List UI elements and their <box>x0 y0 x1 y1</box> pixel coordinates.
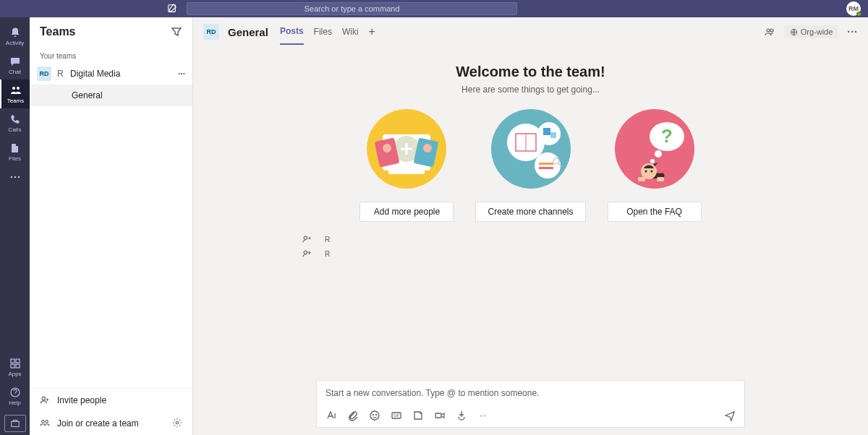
gif-icon[interactable]: GIF <box>391 410 402 421</box>
rail-files[interactable]: Files <box>0 137 30 166</box>
sticker-icon[interactable] <box>412 410 424 421</box>
svg-point-42 <box>644 171 647 173</box>
illus-faq: ? <box>615 109 694 189</box>
header-more[interactable]: ··· <box>847 26 858 38</box>
send-icon[interactable] <box>724 410 736 421</box>
tab-posts[interactable]: Posts <box>280 19 304 45</box>
search-input[interactable]: Search or type a command <box>187 2 517 15</box>
svg-point-5 <box>17 176 20 178</box>
svg-point-39 <box>650 159 655 163</box>
rail-more[interactable] <box>0 166 30 188</box>
rail-calls[interactable]: Calls <box>0 108 30 137</box>
svg-point-24 <box>423 144 432 152</box>
svg-point-43 <box>650 171 652 173</box>
rail-label: Calls <box>9 126 22 133</box>
svg-text:?: ? <box>661 125 673 147</box>
svg-point-49 <box>373 415 374 415</box>
svg-point-38 <box>655 150 662 158</box>
svg-rect-9 <box>16 364 20 368</box>
tab-wiki[interactable]: Wiki <box>342 20 359 44</box>
svg-point-4 <box>14 176 16 178</box>
svg-rect-11 <box>11 421 19 426</box>
svg-rect-53 <box>435 413 441 418</box>
svg-point-13 <box>42 421 45 423</box>
svg-point-2 <box>17 87 20 90</box>
settings-icon[interactable] <box>172 418 182 430</box>
rail-label: Chat <box>9 69 21 75</box>
section-your-teams: Your teams <box>30 46 192 63</box>
rail-label: Apps <box>8 371 21 377</box>
illus-add-people <box>367 109 446 189</box>
user-avatar[interactable]: RM <box>846 1 861 16</box>
attach-icon[interactable] <box>347 410 359 421</box>
svg-point-32 <box>535 152 561 178</box>
orgwide-label: Org-wide <box>801 27 833 36</box>
rail-feedback[interactable] <box>4 415 26 432</box>
channel-name: General <box>72 90 103 100</box>
more-compose-icon[interactable]: ··· <box>477 410 489 421</box>
create-channels-button[interactable]: Create more channels <box>475 202 585 222</box>
svg-rect-31 <box>550 132 556 138</box>
svg-point-46 <box>304 236 307 239</box>
svg-rect-34 <box>539 167 553 169</box>
rail-teams[interactable]: Teams <box>0 79 30 108</box>
welcome-title: Welcome to the team! <box>456 64 605 80</box>
activity-row: R <box>302 246 868 261</box>
rail-activity[interactable]: Activity <box>0 22 30 51</box>
svg-point-14 <box>46 421 48 423</box>
rail-apps[interactable]: Apps <box>0 353 30 382</box>
svg-rect-8 <box>11 364 14 368</box>
svg-point-3 <box>10 176 12 178</box>
activity-row: R <box>302 232 868 246</box>
add-people-button[interactable]: Add more people <box>359 202 454 222</box>
svg-rect-45 <box>657 177 664 181</box>
activity-text: R <box>325 236 330 244</box>
compose-input[interactable]: Start a new conversation. Type @ to ment… <box>317 381 744 405</box>
open-faq-button[interactable]: Open the FAQ <box>608 202 702 222</box>
filter-icon[interactable] <box>171 26 182 38</box>
globe-icon <box>790 28 798 36</box>
tab-files[interactable]: Files <box>314 20 332 44</box>
chevron-icon: R <box>57 69 64 79</box>
people-add-icon <box>40 418 50 428</box>
stream-icon[interactable] <box>456 410 467 421</box>
meet-now-icon[interactable] <box>434 410 446 421</box>
tab-add[interactable]: + <box>369 19 375 45</box>
team-row[interactable]: RD R Digital Media ··· <box>30 63 192 85</box>
team-members-icon[interactable] <box>764 26 775 38</box>
panel-title: Teams <box>40 25 171 38</box>
svg-point-48 <box>370 411 379 420</box>
emoji-icon[interactable] <box>369 410 380 421</box>
join-create-team[interactable]: Join or create a team <box>30 412 192 435</box>
activity-text: R <box>325 250 330 258</box>
format-icon[interactable] <box>326 410 337 421</box>
svg-point-22 <box>383 144 391 152</box>
welcome-subtitle: Here are some things to get going... <box>461 85 600 95</box>
rail-chat[interactable]: Chat <box>0 51 30 79</box>
invite-label: Invite people <box>57 395 106 405</box>
svg-point-15 <box>176 421 179 424</box>
svg-point-17 <box>770 29 773 32</box>
person-added-icon <box>302 249 312 259</box>
svg-rect-25 <box>388 167 425 174</box>
team-badge: RD <box>37 66 51 81</box>
rail-label: Help <box>9 400 20 406</box>
rail-label: Teams <box>7 98 25 104</box>
svg-rect-30 <box>543 128 550 135</box>
svg-point-1 <box>12 87 15 90</box>
rail-help[interactable]: Help <box>0 382 30 410</box>
svg-point-16 <box>767 29 770 32</box>
person-added-icon <box>302 234 312 244</box>
svg-rect-7 <box>16 359 20 363</box>
svg-point-12 <box>42 397 45 400</box>
rail-label: Activity <box>6 40 24 46</box>
new-message-button[interactable] <box>166 3 178 14</box>
svg-rect-6 <box>11 359 14 363</box>
team-name: Digital Media <box>70 69 172 79</box>
svg-point-47 <box>304 251 307 254</box>
invite-people[interactable]: Invite people <box>30 389 192 412</box>
channel-row[interactable]: General <box>30 85 192 106</box>
orgwide-button[interactable]: Org-wide <box>784 25 839 38</box>
join-label: Join or create a team <box>57 418 139 428</box>
team-more-icon[interactable]: ··· <box>178 69 185 79</box>
